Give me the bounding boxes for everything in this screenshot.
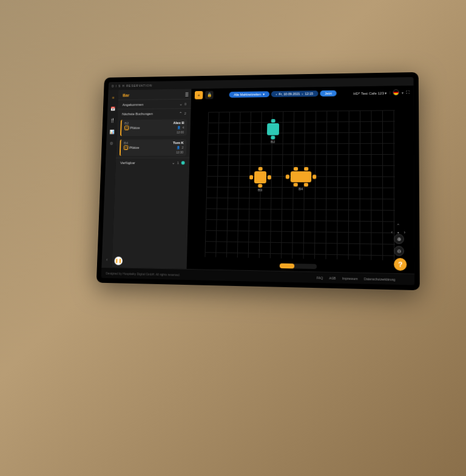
help-button[interactable]: ? (394, 258, 407, 271)
layers-icon[interactable]: ≣ (185, 92, 189, 98)
main-layout: ≡ 📅 🍴 📊 ⚙ ‹ ≣ Bar Angekommen ⌄ 0 (101, 86, 414, 274)
reservation-name: Tom K (173, 141, 184, 144)
zoom-in-icon: ⊕ (397, 236, 401, 242)
fullscreen-icon[interactable]: ⛶ (406, 90, 410, 94)
copyright: Designed by Hospitality Digital GmbH. Al… (106, 271, 180, 277)
caret-icon: ▾ (263, 92, 265, 96)
canvas-header: + 🔒 Alle Mahlzeitzeiten ▾ ‹ Fr, 10.09.20… (191, 86, 414, 102)
sidebar: ≣ Bar Angekommen ⌄ 0 Nächste Buchungen ⌃… (112, 89, 191, 268)
table-label: B4 (299, 187, 303, 191)
seats-label: Plätze (130, 126, 140, 130)
zoom-in-button[interactable]: ⊕ (394, 234, 404, 244)
pan-up[interactable]: ⌃ (395, 223, 402, 229)
reservation-name: Alex B (174, 121, 184, 124)
reservation-time: 12:00 (177, 131, 184, 134)
footer-link-impressum[interactable]: Impressum (342, 276, 358, 280)
time-slider[interactable] (280, 264, 317, 269)
date-picker[interactable]: ‹ Fr, 10.09.2021 › 12:15 (271, 90, 319, 97)
app-title: D I S H RESERVATION (112, 84, 152, 88)
rail-collapse[interactable]: ‹ (104, 256, 110, 262)
person-icon: 👤 (177, 146, 180, 149)
rail-item-home[interactable]: ≡ (110, 95, 116, 101)
reservation-guests: 4 (183, 126, 184, 129)
table-badge-icon: ▢ (124, 145, 129, 150)
floor-canvas[interactable]: + 🔒 Alle Mahlzeitzeiten ▾ ‹ Fr, 10.09.20… (187, 86, 415, 274)
upcoming-count: 2 (184, 111, 186, 115)
footer-link-privacy[interactable]: Datenschutzerklärung (364, 277, 395, 281)
plus-icon: + (198, 93, 200, 97)
footer-link-faq[interactable]: FAQ (317, 276, 323, 279)
zoom-out-icon: ⊖ (397, 248, 401, 254)
sidebar-section-upcoming[interactable]: Nächste Buchungen ⌃ 2 (117, 108, 191, 118)
meal-filter-label: Alle Mahlzeitzeiten (234, 92, 261, 96)
reservation-table: B4 (124, 141, 128, 145)
app-screen: D I S H RESERVATION ≡ 📅 🍴 📊 ⚙ ‹ ≣ Bar An… (101, 77, 415, 285)
table-label: B3 (258, 188, 262, 192)
reservation-card[interactable]: B4 Tom K ▢ Plätze 👤 2 12:30 (120, 139, 187, 155)
chevron-up-icon: ⌃ (179, 111, 182, 115)
rail-item-settings[interactable]: ⚙ (109, 141, 115, 147)
sidebar-section-arrived[interactable]: Angekommen ⌄ 0 (118, 99, 191, 109)
available-count: 1 (177, 161, 179, 165)
table-label: B2 (271, 140, 275, 144)
time-label: 12:15 (305, 92, 313, 95)
floor-grid: B2 B3 (204, 110, 395, 260)
upcoming-label: Nächste Buchungen (122, 112, 153, 115)
chevron-down-icon: ⌄ (172, 160, 175, 165)
restaurant-selector[interactable]: HD* Test Cafe 123 ▾ (353, 90, 387, 95)
chevron-left-icon: ‹ (276, 92, 277, 96)
now-label: Jetzt (325, 92, 332, 95)
chevron-down-icon: ⌄ (179, 102, 182, 106)
laptop-frame: D I S H RESERVATION ≡ 📅 🍴 📊 ⚙ ‹ ≣ Bar An… (96, 72, 420, 290)
rail-item-menu[interactable]: 🍴 (109, 118, 115, 124)
arrived-label: Angekommen (123, 103, 144, 106)
rail-item-calendar[interactable]: 📅 (110, 106, 116, 112)
available-label: Verfügbar (120, 161, 135, 165)
table-badge-icon: ▢ (124, 126, 129, 131)
footer-link-agb[interactable]: AGB (329, 276, 336, 279)
reservation-time: 12:30 (176, 151, 183, 154)
caret-icon: ▾ (385, 91, 387, 95)
zoom-controls: ⊕ ⊖ ? (394, 234, 407, 271)
lock-button[interactable]: 🔒 (205, 91, 214, 100)
lock-icon: 🔒 (206, 93, 212, 98)
language-selector[interactable] (393, 89, 399, 95)
reservation-card[interactable]: B2 Alex B ▢ Plätze 👤 4 12:00 (120, 119, 187, 136)
table-b4[interactable]: B4 (291, 171, 312, 191)
now-button[interactable]: Jetzt (320, 90, 337, 97)
sidebar-section-available[interactable]: Verfügbar ⌄ 1 (116, 157, 190, 167)
caret-icon: ▾ (402, 90, 404, 95)
help-icon: ? (398, 260, 402, 268)
table-b3[interactable]: B3 (254, 171, 266, 192)
person-icon: 👤 (177, 126, 181, 129)
pause-icon: ❚❚ (115, 259, 122, 264)
reservation-guests: 2 (182, 146, 184, 149)
arrived-count: 0 (184, 102, 186, 106)
zoom-out-button[interactable]: ⊖ (394, 246, 404, 256)
chevron-right-icon: › (302, 92, 303, 95)
reservation-table: B2 (124, 121, 129, 125)
table-b2[interactable]: B2 (267, 123, 279, 144)
rail-item-reports[interactable]: 📊 (109, 129, 115, 135)
pause-button[interactable]: ❚❚ (114, 257, 123, 265)
seats-label: Plätze (129, 146, 140, 149)
date-label: Fr, 10.09.2021 (279, 92, 300, 96)
add-button[interactable]: + (195, 91, 203, 100)
available-dot-icon (181, 161, 185, 165)
sidebar-room-title[interactable]: Bar (118, 89, 192, 100)
meal-filter-dropdown[interactable]: Alle Mahlzeitzeiten ▾ (229, 91, 269, 98)
